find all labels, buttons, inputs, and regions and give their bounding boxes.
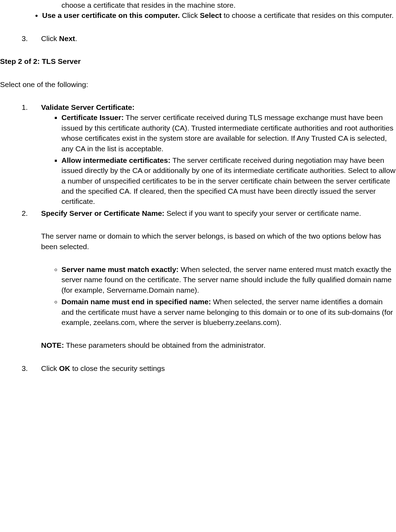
allow-intermediate-item: Allow intermediate certificates: The ser… [61,155,396,207]
specify-sublist: Server name must match exactly: When sel… [41,264,396,327]
step2-heading: Step 2 of 2: TLS Server [0,56,396,66]
intro-text: Select one of the following: [0,79,396,89]
allow-intermediate-label: Allow intermediate certificates: [61,156,170,164]
select-bold: Select [200,11,222,19]
click-ok-text: Click [41,364,59,372]
match-exactly-item: Server name must match exactly: When sel… [61,264,396,295]
cert-issuer-item: Certificate Issuer: The server certifica… [61,112,396,154]
user-cert-text1: Click [180,11,200,19]
main-numbered-list: Validate Server Certificate: Certificate… [0,102,396,373]
match-exactly-label: Server name must match exactly: [61,265,179,273]
domain-end-item: Domain name must end in specified name: … [61,297,396,327]
next-bold: Next [59,34,75,42]
top-continuation-line: choose a certificate that resides in the… [0,0,396,10]
note-block: NOTE: These parameters should be obtaine… [41,340,396,350]
user-certificate-bullet: Use a user certificate on this computer.… [42,10,396,20]
period: . [75,34,77,42]
validate-server-item: Validate Server Certificate: Certificate… [30,102,396,207]
click-ok-item: Click OK to close the security settings [30,363,396,373]
user-cert-tail: to choose a certificate that resides on … [222,11,394,19]
domain-end-label: Domain name must end in specified name: [61,298,211,306]
specify-server-item: Specify Server or Certificate Name: Sele… [30,208,396,351]
top-bullet-list: Use a user certificate on this computer.… [0,10,396,20]
specify-server-title: Specify Server or Certificate Name: [41,209,164,217]
click-ok-tail: to close the security settings [70,364,165,372]
click-text: Click [41,34,59,42]
ok-bold: OK [59,364,70,372]
specify-server-text: Select if you want to specify your serve… [164,209,361,217]
validate-sublist: Certificate Issuer: The server certifica… [41,112,396,207]
cert-issuer-label: Certificate Issuer: [61,113,124,121]
validate-server-title: Validate Server Certificate: [41,103,134,111]
top-step3-list: Click Next. [0,33,396,44]
user-cert-label: Use a user certificate on this computer. [42,11,180,19]
click-next-step: Click Next. [30,33,396,44]
server-name-para: The server name or domain to which the s… [41,231,396,252]
document-content: choose a certificate that resides in the… [0,0,396,373]
note-text: These parameters should be obtained from… [64,341,265,349]
note-label: NOTE: [41,341,64,349]
